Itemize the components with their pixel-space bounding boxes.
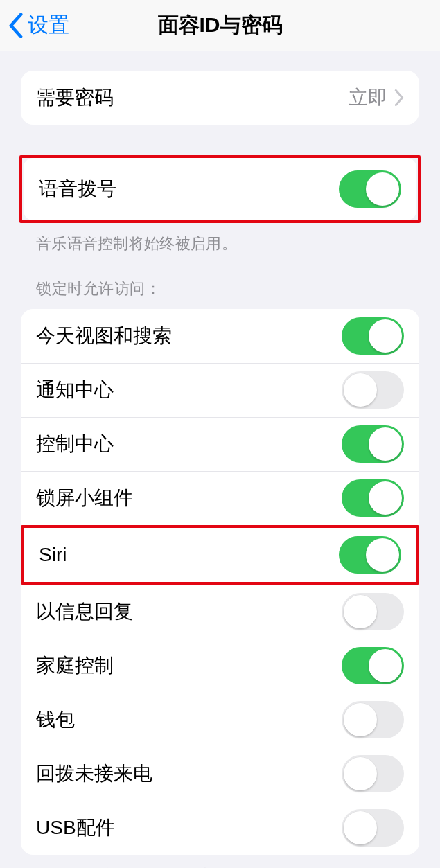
require-passcode-group: 需要密码 立即 [21, 71, 419, 125]
lock-access-toggle[interactable] [342, 371, 404, 409]
voice-dial-footer: 音乐语音控制将始终被启用。 [21, 223, 419, 255]
lock-access-toggle[interactable] [342, 317, 404, 355]
voice-dial-toggle[interactable] [339, 170, 401, 208]
lock-access-label: 锁屏小组件 [36, 485, 342, 511]
lock-access-toggle[interactable] [342, 755, 404, 792]
lock-access-row: 通知中心 [21, 363, 419, 417]
require-passcode-value: 立即 [349, 85, 387, 111]
voice-dial-row: 语音拨号 [24, 158, 416, 220]
lock-access-row: 回拨未接来电 [21, 747, 419, 801]
lock-access-row: 控制中心 [21, 417, 419, 471]
lock-access-row: USB配件 [21, 801, 419, 855]
nav-bar: 设置 面容ID与密码 [0, 0, 440, 51]
lock-access-label: 回拨未接来电 [36, 761, 342, 787]
voice-dial-group: 语音拨号 [24, 158, 416, 220]
back-label: 设置 [28, 11, 69, 39]
require-passcode-row[interactable]: 需要密码 立即 [21, 71, 419, 125]
lock-access-toggle[interactable] [342, 425, 404, 463]
lock-access-label: Siri [39, 544, 339, 566]
lock-access-row: Siri [24, 528, 416, 582]
lock-access-header: 锁定时允许访问： [21, 255, 419, 305]
voice-dial-label: 语音拨号 [39, 176, 339, 202]
lock-access-toggle[interactable] [342, 647, 404, 684]
back-button[interactable]: 设置 [0, 11, 69, 39]
lock-access-row: 家庭控制 [21, 639, 419, 693]
lock-access-label: 今天视图和搜索 [36, 323, 342, 349]
lock-access-group: 今天视图和搜索通知中心控制中心锁屏小组件Siri以信息回复家庭控制钱包回拨未接来… [21, 309, 419, 855]
lock-access-toggle[interactable] [342, 479, 404, 517]
lock-access-footer: iPhone锁定超过一小时后，需先解锁iPhone才能允许USB配件连接。 [21, 855, 419, 868]
lock-access-label: 家庭控制 [36, 653, 342, 679]
lock-access-toggle[interactable] [342, 701, 404, 738]
lock-access-row: 锁屏小组件 [21, 471, 419, 525]
voice-dial-highlight: 语音拨号 [19, 155, 421, 223]
content: 需要密码 立即 语音拨号 音乐语音控制将始终被启用。 锁定时允许访问： 今天视图… [0, 51, 440, 868]
lock-access-row: 以信息回复 [21, 585, 419, 639]
lock-access-label: 钱包 [36, 707, 342, 733]
lock-access-label: 控制中心 [36, 431, 342, 457]
lock-access-row: 钱包 [21, 693, 419, 747]
require-passcode-label: 需要密码 [36, 85, 349, 111]
lock-access-label: 以信息回复 [36, 599, 342, 625]
lock-access-toggle[interactable] [339, 536, 401, 574]
chevron-right-icon [394, 89, 404, 106]
lock-access-label: USB配件 [36, 815, 342, 841]
siri-highlight: Siri [21, 525, 419, 585]
chevron-left-icon [8, 13, 24, 38]
lock-access-label: 通知中心 [36, 377, 342, 403]
lock-access-toggle[interactable] [342, 593, 404, 630]
lock-access-toggle[interactable] [342, 809, 404, 847]
lock-access-row: 今天视图和搜索 [21, 309, 419, 363]
